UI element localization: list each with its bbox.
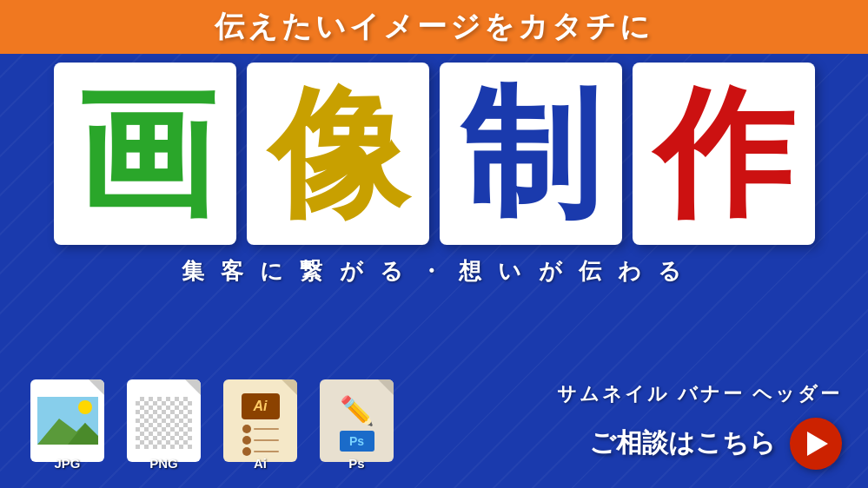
ai-dot2 (242, 436, 251, 445)
file-icon-ai: Ai (219, 379, 301, 471)
play-button[interactable] (790, 418, 842, 470)
kanji-zou: 像 (268, 84, 407, 223)
file-icons-group: JPG PNG Ai (26, 379, 398, 471)
main-container: 伝えたいイメージをカタチに 画 像 制 作 集 客 に 繋 が る ・ 想 い … (0, 0, 868, 488)
play-triangle-icon (807, 432, 828, 456)
ai-line3 (254, 451, 279, 452)
png-transparency-checker (136, 397, 192, 449)
ai-dot (242, 425, 251, 433)
kanji-sei: 制 (461, 84, 600, 223)
jpg-preview-image (37, 397, 98, 445)
file-icon-jpg: JPG (26, 379, 109, 471)
ps-logo: Ps (340, 431, 374, 452)
ai-line (254, 428, 279, 430)
top-banner: 伝えたいイメージをカタチに (0, 0, 868, 54)
subtitle-text: 集 客 に 繋 が る ・ 想 い が 伝 わ る (182, 256, 687, 287)
file-icon-png: PNG (123, 379, 205, 471)
kanji-zou-box: 像 (247, 63, 429, 245)
file-png-body (127, 379, 201, 462)
file-jpg-label: JPG (26, 456, 109, 471)
kanji-saku-box: 作 (633, 63, 815, 245)
file-ai-body: Ai (223, 379, 297, 462)
file-icon-ps: ✏️ Ps Ps (315, 379, 398, 471)
subtitle-row: 集 客 に 繋 が る ・ 想 い が 伝 わ る (0, 256, 868, 287)
ai-logo: Ai (242, 393, 280, 419)
ai-dot3 (242, 447, 251, 456)
file-ps-body: ✏️ Ps (320, 379, 394, 462)
ai-inner-content: Ai (239, 393, 282, 456)
service-types-text: サムネイル バナー ヘッダー (557, 381, 842, 407)
kanji-saku: 作 (654, 84, 793, 223)
kanji-sei-box: 制 (440, 63, 622, 245)
ai-line2 (254, 439, 279, 441)
svg-point-1 (78, 400, 92, 414)
cta-row: ご相談はこちら (589, 418, 842, 470)
cta-text: ご相談はこちら (589, 425, 776, 461)
kanji-row: 画 像 制 作 (0, 63, 868, 245)
kanji-ga-box: 画 (54, 63, 236, 245)
top-banner-text: 伝えたいイメージをカタチに (215, 7, 653, 47)
ps-inner-content: ✏️ Ps (340, 394, 374, 452)
bottom-row: JPG PNG Ai (0, 379, 868, 471)
file-ps-label: Ps (315, 456, 398, 471)
kanji-ga: 画 (76, 84, 215, 223)
file-jpg-body (30, 379, 104, 462)
right-content: サムネイル バナー ヘッダー ご相談はこちら (557, 381, 842, 470)
file-ai-label: Ai (219, 456, 301, 471)
file-png-label: PNG (123, 456, 205, 471)
ps-tool-icon: ✏️ (340, 394, 374, 427)
